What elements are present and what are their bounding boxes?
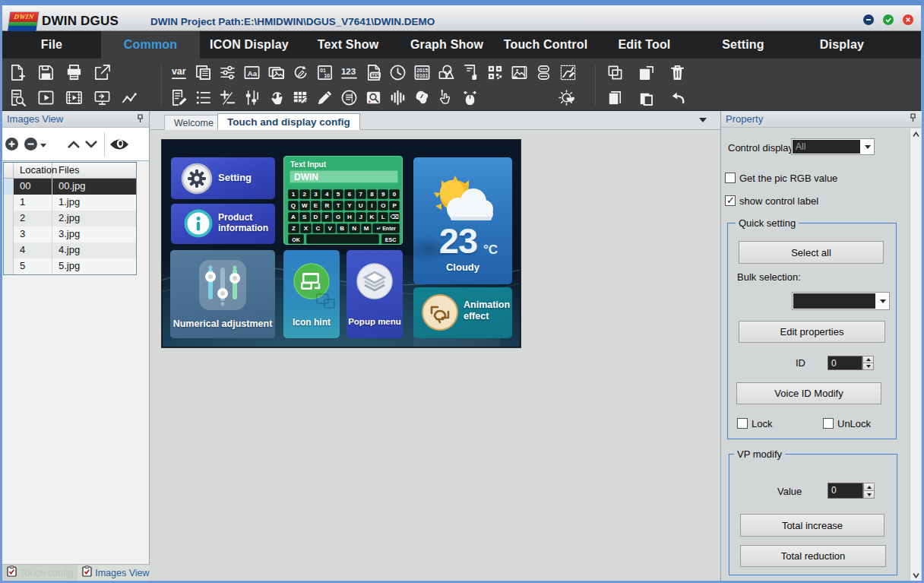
key-P[interactable]: P [389,201,400,211]
key-8[interactable]: 8 [367,189,378,199]
row-selector[interactable] [4,258,14,274]
unlock-checkbox[interactable] [823,418,834,429]
sliders-horizontal-icon[interactable] [215,64,239,81]
pages-icon[interactable] [600,89,631,106]
brightness-icon[interactable] [552,89,580,106]
move-up-button[interactable] [66,138,81,154]
property-pin-icon[interactable] [909,113,917,125]
key-X[interactable]: X [300,223,312,233]
map-region-icon[interactable] [410,89,434,106]
new-file-icon[interactable] [4,64,32,81]
paste-icon[interactable] [631,64,662,81]
pin-icon[interactable] [136,112,144,126]
row-selector[interactable] [4,179,14,195]
mouse-move-icon[interactable] [458,89,483,106]
remove-image-button[interactable] [24,138,37,151]
refresh-edit-icon[interactable] [288,64,312,81]
value-spinner[interactable]: 0 [827,483,875,499]
key-↵-Enter[interactable]: ↵ Enter [372,223,400,233]
scroll-down-icon[interactable] [910,569,921,581]
get-rgb-checkbox[interactable] [725,173,736,183]
text-input-field[interactable]: DWIN [290,170,398,183]
screen-play-icon[interactable] [88,89,116,106]
key-M[interactable]: M [361,223,372,233]
key-0[interactable]: 0 [389,189,400,199]
voice-id-modify-button[interactable]: Voice ID Modify [736,382,881,404]
tile-setting[interactable]: Setting [171,157,275,199]
dock-tab-images-view[interactable]: Images View [78,565,150,581]
combo-arrow-icon[interactable] [876,293,889,309]
menu-display[interactable]: Display [793,31,891,59]
maximize-button[interactable] [883,14,894,25]
key-C[interactable]: C [312,223,324,233]
tile-product-information[interactable]: Product information [171,204,275,244]
key-T[interactable]: T [333,201,343,211]
key-K[interactable]: K [367,212,378,222]
bulk-selection-combo[interactable] [792,292,890,310]
trash-icon[interactable] [662,64,693,81]
control-display-combo[interactable]: All [791,138,875,155]
spin-up-icon[interactable] [863,483,875,490]
menu-icon-display[interactable]: ICON Display [200,31,299,59]
key-esc[interactable]: ESC [381,234,400,244]
vp-value[interactable]: 0 [827,483,863,499]
total-increase-button[interactable]: Total increase [740,514,884,537]
key-U[interactable]: U [356,201,366,211]
image-row-1[interactable]: 11.jpg [4,195,136,211]
menu-common[interactable]: Common [101,31,200,59]
menu-edit-tool[interactable]: Edit Tool [595,31,694,59]
column-files[interactable]: Files [52,163,135,178]
row-selector[interactable] [4,195,14,211]
image-scroll-icon[interactable] [507,64,531,81]
qr-code-icon[interactable] [483,64,507,81]
tab-list-dropdown[interactable] [699,118,707,122]
print-icon[interactable] [60,64,88,81]
show-control-label-checkbox[interactable] [725,195,736,206]
minimize-button[interactable] [863,14,874,25]
close-button[interactable] [903,14,913,25]
image-row-3[interactable]: 33.jpg [4,227,136,242]
image-row-2[interactable]: 22.jpg [4,211,136,227]
undo-icon[interactable] [662,89,693,106]
key-1[interactable]: 1 [288,189,299,199]
key-G[interactable]: G [333,212,343,222]
key-O[interactable]: O [378,201,388,211]
key-L[interactable]: L [378,212,388,222]
date-box-icon[interactable]: 20150101 [410,64,434,81]
tile-animation-effect[interactable]: Animation effect [413,287,512,338]
id-spinner[interactable]: 0 [827,356,874,370]
preview-button[interactable] [109,138,129,154]
property-scrollbar[interactable] [910,128,921,581]
tab-touch-and-display-config[interactable]: Touch and display config [217,113,360,130]
key-ok[interactable]: OK [288,234,304,244]
menu-file[interactable]: File [2,31,101,59]
image-gallery-icon[interactable] [264,64,288,81]
column-location[interactable]: Location [14,163,52,178]
doc-edit-icon[interactable] [166,89,191,106]
hand-lasso-icon[interactable] [434,89,458,106]
add-image-button[interactable] [5,138,18,151]
key-F[interactable]: F [321,212,332,222]
shapes-overlap-icon[interactable] [434,64,458,81]
play-icon[interactable] [32,89,60,106]
text-paragraph-icon[interactable] [337,89,361,106]
spin-down-icon[interactable] [863,490,875,499]
key-Y[interactable]: Y [344,201,355,211]
key-B[interactable]: B [337,223,348,233]
form-touch-icon[interactable] [458,64,483,81]
key-A[interactable]: A [288,212,299,222]
txt-file-icon[interactable]: TXT [361,64,385,81]
key-9[interactable]: 9 [378,189,388,199]
key-V[interactable]: V [324,223,336,233]
key-2[interactable]: 2 [299,189,310,199]
key-H[interactable]: H [344,212,355,222]
binary-box-icon[interactable]: 0110 [312,64,337,81]
table-edit-icon[interactable] [288,89,312,106]
id-value[interactable]: 0 [827,356,862,370]
key-W[interactable]: W [299,201,310,211]
select-all-button[interactable]: Select all [739,241,884,264]
key-S[interactable]: S [299,212,310,222]
edit-properties-button[interactable]: Edit properties [739,321,885,343]
image-row-00[interactable]: 0000.jpg [4,179,136,195]
key-space[interactable] [306,234,379,244]
